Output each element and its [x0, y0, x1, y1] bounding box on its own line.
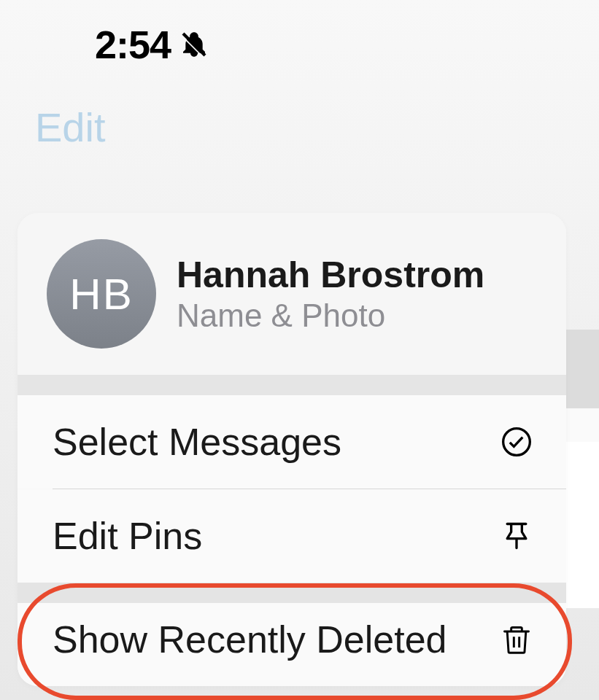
- show-recently-deleted-label: Show Recently Deleted: [53, 618, 447, 661]
- trash-icon: [501, 623, 533, 656]
- profile-info: Hannah Brostrom Name & Photo: [177, 254, 484, 334]
- status-bar: 2:54: [0, 0, 599, 82]
- background-stripe: [566, 408, 599, 442]
- edit-menu-card: HB Hannah Brostrom Name & Photo Select M…: [18, 213, 566, 686]
- profile-name: Hannah Brostrom: [177, 254, 484, 296]
- svg-point-2: [503, 429, 530, 456]
- background-stripe: [566, 330, 599, 408]
- bell-slash-icon: [179, 30, 209, 59]
- nav-header: Edit: [0, 82, 599, 173]
- select-messages-label: Select Messages: [53, 420, 341, 464]
- checkmark-circle-icon: [501, 426, 533, 458]
- section-divider: [18, 583, 566, 603]
- edit-pins-row[interactable]: Edit Pins: [18, 489, 566, 583]
- edit-pins-label: Edit Pins: [53, 514, 202, 558]
- edit-button[interactable]: Edit: [35, 104, 106, 150]
- background-stripe: [566, 442, 599, 608]
- profile-row[interactable]: HB Hannah Brostrom Name & Photo: [18, 213, 566, 375]
- section-divider: [18, 375, 566, 395]
- show-recently-deleted-row[interactable]: Show Recently Deleted: [18, 603, 566, 686]
- pin-icon: [501, 520, 533, 552]
- profile-subtitle: Name & Photo: [177, 298, 484, 334]
- avatar: HB: [47, 239, 156, 349]
- select-messages-row[interactable]: Select Messages: [18, 395, 566, 489]
- avatar-initials: HB: [69, 269, 133, 319]
- status-time: 2:54: [95, 22, 171, 67]
